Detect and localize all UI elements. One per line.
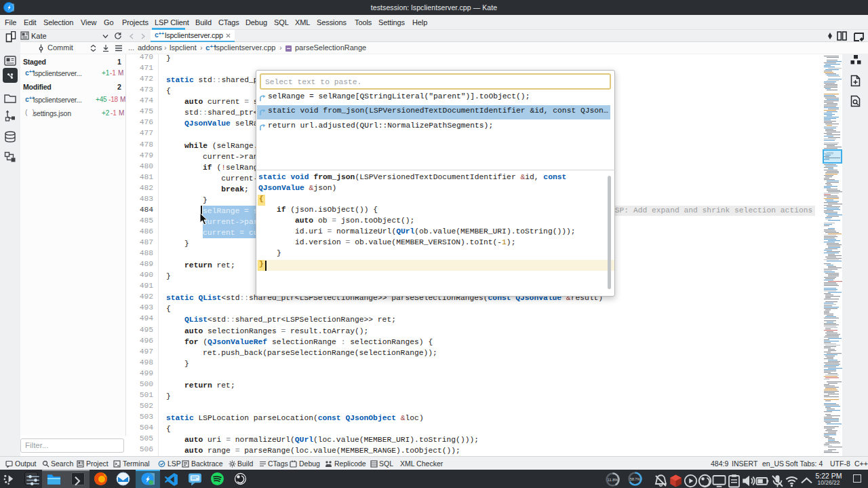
svg-text:58.7%: 58.7% bbox=[630, 477, 640, 481]
svg-text:11.8%: 11.8% bbox=[608, 478, 618, 482]
